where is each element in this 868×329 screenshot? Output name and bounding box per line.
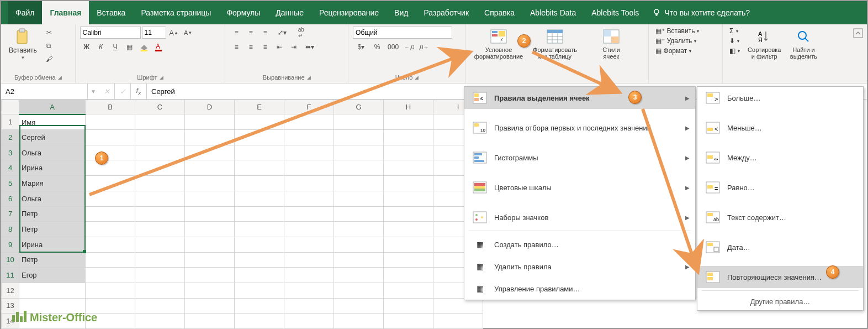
submenu-text-contains[interactable]: ab Текст содержит… — [697, 206, 863, 228]
dialog-launcher-icon[interactable]: ◢ — [415, 75, 419, 80]
row-header[interactable]: 8 — [2, 222, 19, 237]
row-header[interactable]: 1 — [2, 114, 19, 130]
cell[interactable] — [235, 160, 284, 176]
tab-home[interactable]: Главная — [42, 1, 89, 24]
cell[interactable] — [135, 191, 185, 206]
cell[interactable] — [86, 176, 135, 191]
cell[interactable] — [284, 145, 334, 160]
decrease-indent-button[interactable]: ⇤ — [273, 41, 286, 53]
column-header[interactable]: G — [334, 100, 384, 114]
row-header[interactable]: 6 — [2, 191, 19, 206]
column-header[interactable]: F — [284, 100, 334, 114]
cell[interactable] — [135, 314, 185, 329]
align-middle-button[interactable]: ≡ — [244, 27, 257, 39]
cell[interactable] — [334, 160, 384, 176]
cell[interactable] — [86, 222, 135, 237]
comma-style-button[interactable]: 000 — [385, 41, 401, 53]
cell[interactable] — [334, 206, 384, 222]
increase-indent-button[interactable]: ⇥ — [287, 41, 300, 53]
dialog-launcher-icon[interactable]: ◢ — [307, 75, 311, 80]
cell[interactable] — [384, 268, 433, 283]
cell[interactable] — [284, 314, 334, 329]
cell[interactable] — [185, 130, 235, 145]
cell[interactable] — [135, 206, 185, 222]
cell[interactable] — [135, 114, 185, 130]
cell[interactable] — [235, 130, 284, 145]
cell[interactable] — [334, 252, 384, 268]
cell[interactable] — [384, 145, 433, 160]
cell[interactable] — [284, 222, 334, 237]
cell[interactable] — [235, 114, 284, 130]
cell[interactable] — [235, 206, 284, 222]
cell[interactable] — [433, 314, 483, 329]
cell[interactable] — [135, 130, 185, 145]
submenu-between[interactable]: ⇔ Между… — [697, 147, 863, 169]
insert-cells-button[interactable]: ▦⁺Вставить▾ — [653, 27, 702, 35]
cell[interactable] — [135, 298, 185, 314]
cell[interactable] — [135, 268, 185, 283]
cell[interactable] — [384, 206, 433, 222]
cell[interactable] — [86, 283, 135, 298]
tab-help[interactable]: Справка — [477, 1, 522, 24]
cell[interactable] — [135, 252, 185, 268]
delete-cells-button[interactable]: ▦⁻Удалить▾ — [653, 36, 699, 45]
cell[interactable] — [86, 268, 135, 283]
decrease-decimal-button[interactable]: ,0→ — [417, 41, 430, 53]
tell-me-label[interactable]: Что вы хотите сделать? — [664, 8, 750, 17]
cell[interactable] — [185, 237, 235, 252]
cell[interactable] — [86, 114, 135, 130]
cell[interactable] — [235, 145, 284, 160]
cell[interactable] — [284, 176, 334, 191]
cell[interactable] — [135, 222, 185, 237]
autosum-button[interactable]: Σ▾ — [727, 27, 742, 35]
underline-button[interactable]: Ч — [109, 41, 122, 53]
cell[interactable] — [86, 191, 135, 206]
row-header[interactable]: 3 — [2, 145, 19, 160]
menu-new-rule[interactable]: ▦ Создать правило… — [464, 233, 695, 255]
cell[interactable] — [334, 298, 384, 314]
cell[interactable] — [284, 237, 334, 252]
menu-data-bars[interactable]: Гистограммы ▶ — [464, 147, 695, 169]
format-as-table-button[interactable]: Форматировать как таблицу — [527, 27, 583, 61]
cell[interactable] — [433, 298, 483, 314]
cell[interactable] — [384, 176, 433, 191]
row-header[interactable]: 7 — [2, 206, 19, 222]
cell[interactable]: Ольга — [19, 191, 86, 206]
cancel-formula-button[interactable]: ✕ — [99, 83, 115, 99]
column-header[interactable]: B — [86, 100, 135, 114]
cell[interactable] — [135, 283, 185, 298]
cell[interactable]: Петр — [19, 252, 86, 268]
cell[interactable]: Сергей — [19, 130, 86, 145]
orientation-button[interactable]: ⤢▾ — [273, 27, 292, 39]
fill-color-button[interactable] — [137, 41, 151, 53]
cell[interactable] — [185, 268, 235, 283]
column-header[interactable]: C — [135, 100, 185, 114]
cell[interactable] — [235, 298, 284, 314]
menu-top-bottom-rules[interactable]: 10 Правила отбора первых и последних зна… — [464, 117, 695, 139]
increase-font-button[interactable]: A▲ — [167, 27, 181, 39]
cell[interactable] — [334, 268, 384, 283]
cell[interactable] — [185, 145, 235, 160]
submenu-greater-than[interactable]: > Больше… — [697, 87, 863, 109]
percent-button[interactable]: % — [371, 41, 384, 53]
row-header[interactable]: 12 — [2, 283, 19, 298]
row-header[interactable]: 11 — [2, 268, 19, 283]
format-painter-button[interactable]: 🖌 — [43, 53, 56, 65]
cell[interactable] — [19, 283, 86, 298]
cell[interactable]: Петр — [19, 222, 86, 237]
paste-button[interactable]: Вставить ▼ — [6, 27, 40, 61]
cell[interactable] — [86, 206, 135, 222]
cell[interactable] — [384, 298, 433, 314]
tab-review[interactable]: Рецензирование — [311, 1, 387, 24]
cell[interactable]: Егор — [19, 268, 86, 283]
cell[interactable] — [284, 160, 334, 176]
tab-ablebits-data[interactable]: Ablebits Data — [522, 1, 584, 24]
cut-button[interactable]: ✂ — [43, 27, 56, 39]
cell[interactable] — [384, 314, 433, 329]
column-header[interactable]: A — [19, 100, 86, 114]
font-size-combo[interactable] — [142, 27, 166, 39]
cell[interactable] — [135, 237, 185, 252]
row-header[interactable]: 2 — [2, 130, 19, 145]
copy-button[interactable]: ⧉ — [43, 40, 56, 52]
menu-manage-rules[interactable]: ▦ Управление правилами… — [464, 278, 695, 300]
